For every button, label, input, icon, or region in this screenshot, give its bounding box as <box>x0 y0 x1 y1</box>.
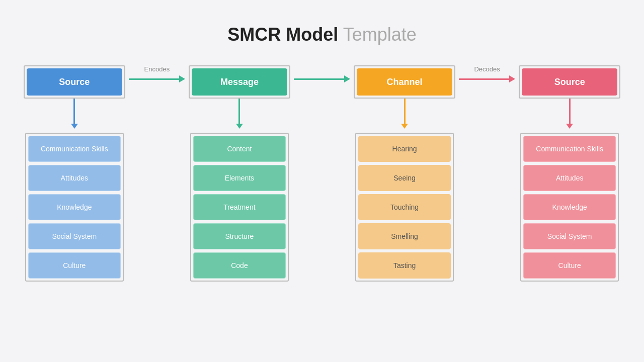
diagram: SourceCommunication SkillsAttitudesKnowl… <box>20 65 624 282</box>
sub-item-receiver-4: Culture <box>523 252 616 279</box>
connector-0: Encodes <box>129 65 186 93</box>
sub-item-message-0: Content <box>193 136 286 162</box>
h-arrow-0 <box>179 75 185 82</box>
bracket-source: Source <box>24 65 125 99</box>
bracket-receiver: Source <box>519 65 620 99</box>
vertical-line-message <box>238 99 240 124</box>
h-line-2 <box>459 78 510 80</box>
vertical-line-source <box>73 99 75 124</box>
h-connector-2: Decodes <box>459 75 516 82</box>
arrow-down-receiver <box>566 124 573 129</box>
sub-item-source-2: Knowledge <box>28 194 121 220</box>
sub-item-channel-1: Seeing <box>358 165 451 191</box>
sub-bracket-channel: HearingSeeingTouchingSmellingTasting <box>355 133 454 282</box>
sub-bracket-receiver: Communication SkillsAttitudesKnowledgeSo… <box>520 133 619 282</box>
h-arrow-2 <box>509 75 515 82</box>
sub-item-source-0: Communication Skills <box>28 136 121 162</box>
sub-item-channel-2: Touching <box>358 194 451 220</box>
title-area: SMCR Model Template <box>227 24 416 45</box>
sub-item-channel-4: Tasting <box>358 252 451 279</box>
column-channel: ChannelHearingSeeingTouchingSmellingTast… <box>350 65 459 282</box>
column-receiver: SourceCommunication SkillsAttitudesKnowl… <box>515 65 624 282</box>
sub-item-message-3: Structure <box>193 223 286 249</box>
title-bold: SMCR Model <box>227 24 338 45</box>
connector-1 <box>294 65 351 93</box>
sub-bracket-message: ContentElementsTreatmentStructureCode <box>190 133 289 282</box>
vertical-line-receiver <box>569 99 571 124</box>
sub-item-channel-3: Smelling <box>358 223 451 249</box>
arrow-down-channel <box>401 124 408 129</box>
h-line-1 <box>294 78 345 80</box>
header-receiver: Source <box>522 68 617 96</box>
connector-label-2: Decodes <box>474 65 500 73</box>
sub-item-source-4: Culture <box>28 252 121 279</box>
h-connector-1 <box>294 75 351 82</box>
sub-item-receiver-3: Social System <box>523 223 616 249</box>
bracket-channel: Channel <box>354 65 455 99</box>
title-light: Template <box>338 24 416 45</box>
bracket-message: Message <box>189 65 290 99</box>
sub-bracket-source: Communication SkillsAttitudesKnowledgeSo… <box>25 133 124 282</box>
sub-item-channel-0: Hearing <box>358 136 451 162</box>
arrow-down-message <box>236 124 243 129</box>
h-line-0 <box>129 78 180 80</box>
header-channel: Channel <box>357 68 452 96</box>
header-source: Source <box>27 68 122 96</box>
arrow-down-source <box>71 124 78 129</box>
sub-item-message-4: Code <box>193 252 286 279</box>
connector-2: Decodes <box>459 65 516 93</box>
column-source: SourceCommunication SkillsAttitudesKnowl… <box>20 65 129 282</box>
sub-item-receiver-1: Attitudes <box>523 165 616 191</box>
vertical-line-channel <box>404 99 406 124</box>
sub-item-message-2: Treatment <box>193 194 286 220</box>
connector-label-0: Encodes <box>144 65 170 73</box>
column-message: MessageContentElementsTreatmentStructure… <box>185 65 294 282</box>
header-message: Message <box>192 68 287 96</box>
sub-item-source-1: Attitudes <box>28 165 121 191</box>
sub-item-source-3: Social System <box>28 223 121 249</box>
sub-item-receiver-0: Communication Skills <box>523 136 616 162</box>
sub-item-receiver-2: Knowledge <box>523 194 616 220</box>
sub-item-message-1: Elements <box>193 165 286 191</box>
h-connector-0: Encodes <box>129 75 186 82</box>
h-arrow-1 <box>344 75 350 82</box>
